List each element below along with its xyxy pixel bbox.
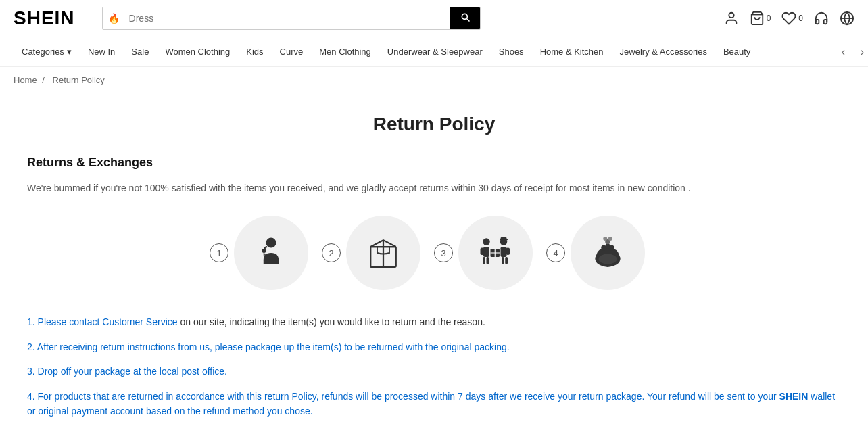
svg-point-30: [599, 254, 617, 264]
search-input[interactable]: [125, 7, 450, 29]
globe-icon: [840, 11, 854, 26]
language-icon-btn[interactable]: [840, 11, 854, 26]
step-3-icon-circle: [458, 216, 533, 290]
nav-scroll-right[interactable]: ›: [857, 37, 868, 66]
step-1-block: 1: [210, 216, 322, 290]
support-icon-btn[interactable]: [814, 11, 829, 26]
search-button[interactable]: [450, 7, 480, 29]
logo[interactable]: SHEIN: [14, 7, 75, 29]
svg-rect-16: [501, 237, 507, 240]
nav-beauty[interactable]: Beauty: [715, 37, 758, 66]
package-icon: [363, 233, 404, 273]
section-title: Returns & Exchanges: [27, 156, 841, 170]
step-list-item-3: 3. Drop off your package at the local po…: [27, 364, 841, 379]
page-title: Return Policy: [27, 114, 841, 135]
svg-point-0: [729, 13, 733, 18]
wishlist-icon-btn[interactable]: 0: [781, 11, 803, 26]
steps-icons-row: 1 2: [27, 216, 841, 290]
cart-icon: [750, 11, 765, 26]
main-content: Return Policy Returns & Exchanges We're …: [0, 93, 868, 428]
nav-underwear[interactable]: Underwear & Sleepwear: [379, 37, 491, 66]
step-4-block: 4: [546, 216, 658, 290]
svg-rect-17: [501, 247, 507, 257]
nav-shoes[interactable]: Shoes: [491, 37, 532, 66]
search-icon: [460, 11, 471, 22]
header-icons: 0 0: [724, 11, 854, 26]
svg-rect-13: [487, 257, 489, 264]
step-1-icon-circle: [234, 216, 308, 290]
cart-icon-btn[interactable]: 0: [750, 11, 771, 26]
svg-point-4: [266, 238, 276, 248]
handoff-icon: [475, 233, 516, 273]
breadcrumb: Home / Return Policy: [0, 67, 868, 93]
nav-curve[interactable]: Curve: [272, 37, 312, 66]
nav-jewelry[interactable]: Jewelry & Accessories: [612, 37, 715, 66]
nav-scroll-left[interactable]: ‹: [838, 37, 849, 66]
nav-men-clothing[interactable]: Men Clothing: [311, 37, 379, 66]
step-list-item-1: 1. Please contact Customer Service on ou…: [27, 314, 841, 329]
nav-kids[interactable]: Kids: [238, 37, 271, 66]
cart-count: 0: [767, 14, 771, 23]
nav-women-clothing[interactable]: Women Clothing: [157, 37, 238, 66]
wishlist-icon: [781, 11, 796, 26]
svg-point-29: [608, 237, 612, 241]
svg-point-5: [262, 249, 266, 253]
fire-icon: 🔥: [103, 7, 125, 29]
step-list-item-2: 2. After receiving return instructions f…: [27, 339, 841, 354]
svg-point-9: [483, 239, 490, 246]
step-2-number: 2: [322, 243, 341, 262]
nav-sale[interactable]: Sale: [123, 37, 157, 66]
search-bar: 🔥: [102, 7, 481, 30]
header: SHEIN 🔥 0 0: [0, 0, 868, 37]
step-2-icon-circle: [346, 216, 420, 290]
svg-point-28: [603, 237, 607, 241]
svg-rect-10: [483, 247, 489, 257]
intro-text: We're bummed if you're not 100% satisfie…: [27, 181, 841, 195]
step-list-item-4: 4. For products that are returned in acc…: [27, 389, 841, 419]
step-4-number: 4: [546, 243, 565, 262]
customer-service-icon: [251, 233, 291, 273]
svg-point-26: [609, 245, 614, 251]
svg-rect-20: [505, 257, 508, 264]
step-3-block: 3: [434, 216, 546, 290]
nav-categories[interactable]: Categories ▾: [14, 37, 80, 66]
step-3-number: 3: [434, 243, 453, 262]
chevron-down-icon: ▾: [67, 47, 72, 57]
main-nav: Categories ▾ New In Sale Women Clothing …: [0, 37, 868, 67]
step-1-number: 1: [210, 243, 228, 262]
step-4-icon-circle: [571, 216, 645, 290]
svg-rect-12: [483, 257, 485, 264]
nav-new-in[interactable]: New In: [80, 37, 123, 66]
wishlist-count: 0: [798, 14, 803, 23]
svg-rect-11: [481, 248, 484, 256]
svg-rect-19: [502, 257, 504, 264]
step-2-block: 2: [322, 216, 434, 290]
user-icon-btn[interactable]: [724, 11, 739, 26]
refund-icon: [587, 233, 628, 273]
headphones-icon: [814, 11, 829, 26]
breadcrumb-separator: /: [42, 75, 45, 85]
user-icon: [724, 11, 739, 26]
steps-list: 1. Please contact Customer Service on ou…: [27, 314, 841, 419]
breadcrumb-home[interactable]: Home: [14, 75, 37, 85]
svg-rect-18: [506, 248, 510, 256]
breadcrumb-current: Return Policy: [53, 75, 105, 85]
nav-home-kitchen[interactable]: Home & Kitchen: [532, 37, 612, 66]
